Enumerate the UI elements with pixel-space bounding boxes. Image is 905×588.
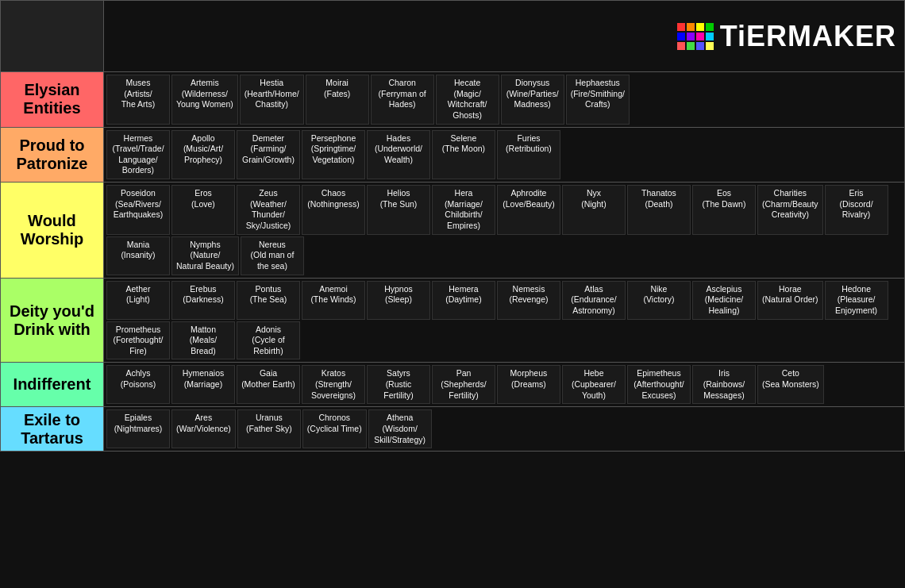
tier-content-patronize: Hermes (Travel/Trade/ Language/ Borders)… (103, 127, 904, 183)
deity-card-gaia[interactable]: Gaia (Mother Earth) (237, 365, 300, 404)
tier-content-exile: Epiales (Nightmares)Ares (War/Violence)U… (103, 407, 904, 452)
deity-card-athena[interactable]: Athena (Wisdom/ Skill/Strategy) (368, 409, 432, 448)
tiermaker-logo: TiERMAKER (103, 1, 904, 72)
deity-card-charon[interactable]: Charon (Ferryman of Hades) (371, 75, 434, 125)
logo-grid (677, 23, 714, 50)
tier-label-exile: Exile to Tartarus (1, 407, 104, 452)
deity-card-atlas[interactable]: Atlas (Endurance/ Astronomy) (562, 281, 626, 320)
tier-row-drink: Deity you'd Drink withAether (Light)Ereb… (1, 278, 905, 363)
deity-card-eros[interactable]: Eros (Love) (171, 185, 235, 235)
tier-row-exile: Exile to TartarusEpiales (Nightmares)Are… (1, 407, 905, 452)
deity-card-uranus[interactable]: Uranus (Father Sky) (237, 409, 301, 448)
tier-content-elysian: Muses (Artists/ The Arts)Artemis (Wilder… (103, 72, 904, 128)
deity-card-hera[interactable]: Hera (Marriage/ Childbirth/ Empires) (432, 185, 495, 235)
deity-card-muses[interactable]: Muses (Artists/ The Arts) (106, 75, 170, 125)
tier-label-worship: Would Worship (1, 183, 104, 278)
deity-card-iris[interactable]: Iris (Rainbows/ Messages) (692, 365, 756, 404)
tier-row-indifferent: IndifferentAchlys (Poisons)Hymenaios (Ma… (1, 363, 905, 407)
deity-card-anemoi[interactable]: Anemoi (The Winds) (302, 281, 365, 320)
deity-card-pontus[interactable]: Pontus (The Sea) (237, 281, 300, 320)
deity-card-hades[interactable]: Hades (Underworld/ Wealth) (367, 130, 430, 180)
tier-content-drink: Aether (Light)Erebus (Darkness)Pontus (T… (103, 278, 904, 363)
deity-card-hermes[interactable]: Hermes (Travel/Trade/ Language/ Borders) (106, 130, 170, 180)
deity-card-nymphs[interactable]: Nymphs (Nature/ Natural Beauty) (171, 236, 239, 275)
deity-card-horae[interactable]: Horae (Natural Order) (757, 281, 823, 320)
deity-card-eris[interactable]: Eris (Discord/ Rivalry) (825, 185, 888, 235)
deity-card-nike[interactable]: Nike (Victory) (627, 281, 691, 320)
deity-card-prometheus[interactable]: Prometheus (Forethought/ Fire) (106, 321, 170, 360)
deity-card-persephone[interactable]: Persephone (Springtime/ Vegetation) (302, 130, 365, 180)
deity-card-morpheus[interactable]: Morpheus (Dreams) (497, 365, 560, 404)
deity-card-nemesis[interactable]: Nemesis (Revenge) (497, 281, 560, 320)
deity-card-matton[interactable]: Matton (Meals/ Bread) (171, 321, 235, 360)
deity-card-hebe[interactable]: Hebe (Cupbearer/ Youth) (562, 365, 626, 404)
deity-card-moirai[interactable]: Moirai (Fates) (306, 75, 369, 125)
tier-label-elysian: Elysian Entities (1, 72, 104, 128)
deity-card-epimetheus[interactable]: Epimetheus (Afterthought/ Excuses) (627, 365, 691, 404)
tier-label-patronize: Proud to Patronize (1, 127, 104, 183)
deity-card-mania[interactable]: Mania (Insanity) (106, 236, 170, 275)
deity-card-artemis[interactable]: Artemis (Wilderness/ Young Women) (171, 75, 238, 125)
deity-card-hemera[interactable]: Hemera (Daytime) (432, 281, 495, 320)
tier-label-indifferent: Indifferent (1, 363, 104, 407)
deity-card-furies[interactable]: Furies (Retribution) (497, 130, 560, 180)
logo-text: TiERMAKER (720, 20, 896, 53)
deity-card-asclepius[interactable]: Asclepius (Medicine/ Healing) (692, 281, 756, 320)
deity-card-hedone[interactable]: Hedone (Pleasure/ Enjoyment) (825, 281, 888, 320)
deity-card-hephaestus[interactable]: Hephaestus (Fire/Smithing/ Crafts) (566, 75, 630, 125)
deity-card-selene[interactable]: Selene (The Moon) (432, 130, 495, 180)
deity-card-chronos[interactable]: Chronos (Cyclical Time) (302, 409, 367, 448)
tier-content-indifferent: Achlys (Poisons)Hymenaios (Marriage)Gaia… (103, 363, 904, 407)
deity-card-demeter[interactable]: Demeter (Farming/ Grain/Growth) (237, 130, 300, 180)
deity-card-ceto[interactable]: Ceto (Sea Monsters) (757, 365, 824, 404)
deity-card-chaos[interactable]: Chaos (Nothingness) (302, 185, 365, 235)
tier-label-drink: Deity you'd Drink with (1, 278, 104, 363)
deity-card-ares[interactable]: Ares (War/Violence) (171, 409, 236, 448)
deity-card-hecate[interactable]: Hecate (Magic/ Witchcraft/ Ghosts) (436, 75, 499, 125)
deity-card-hymenaios[interactable]: Hymenaios (Marriage) (171, 365, 235, 404)
deity-card-nereus[interactable]: Nereus (Old man of the sea) (241, 236, 304, 275)
tier-row-patronize: Proud to PatronizeHermes (Travel/Trade/ … (1, 127, 905, 183)
deity-card-dionysus[interactable]: Dionysus (Wine/Parties/ Madness) (501, 75, 564, 125)
tier-row-worship: Would WorshipPoseidon (Sea/Rivers/ Earth… (1, 183, 905, 278)
deity-card-helios[interactable]: Helios (The Sun) (367, 185, 430, 235)
deity-card-aether[interactable]: Aether (Light) (106, 281, 170, 320)
deity-card-achlys[interactable]: Achlys (Poisons) (106, 365, 170, 404)
deity-card-epiales[interactable]: Epiales (Nightmares) (106, 409, 170, 448)
tier-table: TiERMAKER Elysian EntitiesMuses (Artists… (0, 0, 905, 452)
header-label-cell (1, 1, 104, 72)
tier-content-worship: Poseidon (Sea/Rivers/ Earthquakes)Eros (… (103, 183, 904, 278)
deity-card-thanatos[interactable]: Thanatos (Death) (627, 185, 691, 235)
deity-card-charities[interactable]: Charities (Charm/Beauty Creativity) (757, 185, 823, 235)
deity-card-satyrs[interactable]: Satyrs (Rustic Fertility) (367, 365, 430, 404)
deity-card-zeus[interactable]: Zeus (Weather/ Thunder/ Sky/Justice) (237, 185, 300, 235)
deity-card-hestia[interactable]: Hestia (Hearth/Home/ Chastity) (240, 75, 304, 125)
deity-card-apollo[interactable]: Apollo (Music/Art/ Prophecy) (171, 130, 235, 180)
deity-card-eos[interactable]: Eos (The Dawn) (692, 185, 756, 235)
deity-card-aphrodite[interactable]: Aphrodite (Love/Beauty) (497, 185, 560, 235)
deity-card-kratos[interactable]: Kratos (Strength/ Sovereigns) (302, 365, 365, 404)
deity-card-pan[interactable]: Pan (Shepherds/ Fertility) (432, 365, 495, 404)
deity-card-hypnos[interactable]: Hypnos (Sleep) (367, 281, 430, 320)
deity-card-nyx[interactable]: Nyx (Night) (562, 185, 626, 235)
deity-card-erebus[interactable]: Erebus (Darkness) (171, 281, 235, 320)
deity-card-adonis[interactable]: Adonis (Cycle of Rebirth) (237, 321, 300, 360)
tier-row-elysian: Elysian EntitiesMuses (Artists/ The Arts… (1, 72, 905, 128)
deity-card-poseidon[interactable]: Poseidon (Sea/Rivers/ Earthquakes) (106, 185, 170, 235)
